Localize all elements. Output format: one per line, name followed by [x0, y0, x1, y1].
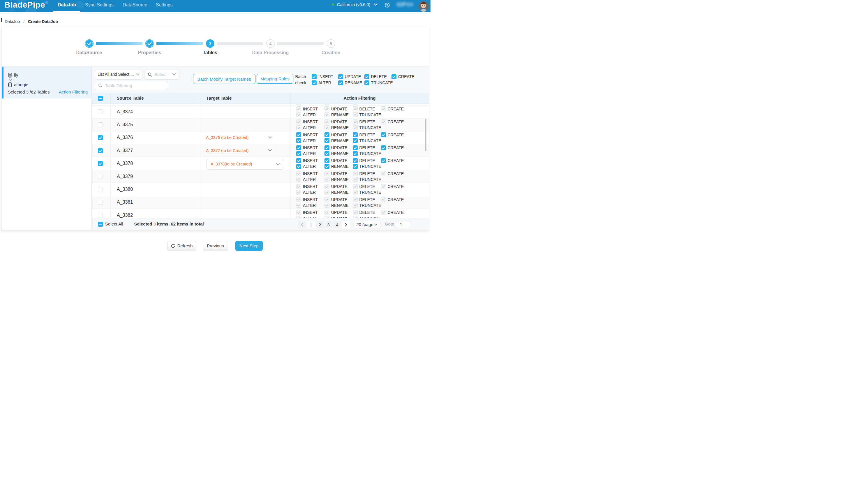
svg-text:?: ?	[386, 3, 388, 7]
